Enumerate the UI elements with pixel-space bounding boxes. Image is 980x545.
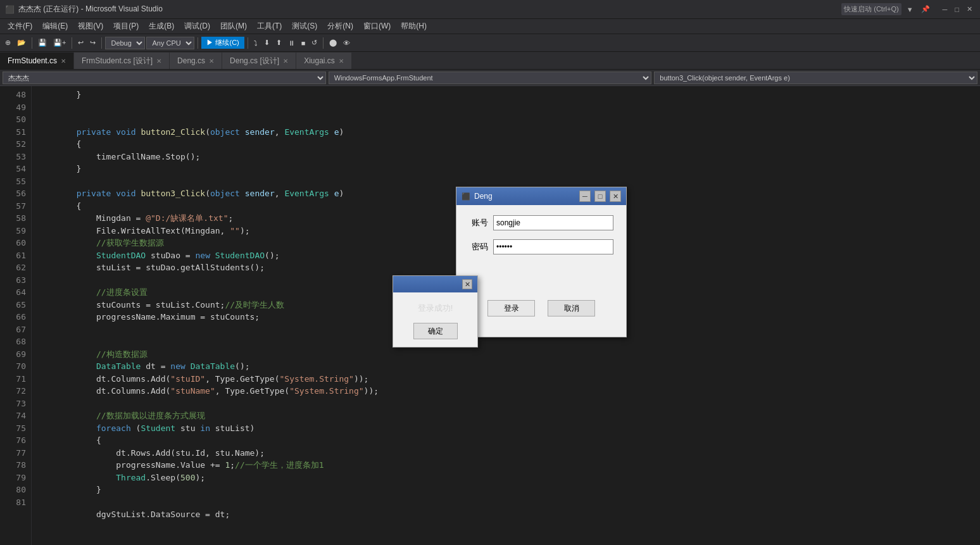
toolbar-sep-3 — [101, 37, 102, 49]
toolbar-new[interactable]: ⊕ — [3, 37, 13, 48]
toolbar-step-over[interactable]: ⤵ — [251, 38, 260, 48]
menu-build[interactable]: 生成(B) — [144, 20, 179, 33]
toolbar-breakpoints[interactable]: ⬤ — [327, 37, 339, 48]
menu-help[interactable]: 帮助(H) — [396, 20, 432, 33]
debug-config-dropdown[interactable]: Debug — [105, 37, 145, 49]
toolbar-stop[interactable]: ■ — [299, 38, 308, 48]
toolbar-restart[interactable]: ↺ — [309, 37, 320, 48]
minimize-btn[interactable]: ─ — [940, 4, 950, 15]
password-input[interactable] — [493, 239, 613, 254]
tab-close-deng[interactable]: ✕ — [209, 58, 214, 65]
tab-frmstudent-cs[interactable]: FrmStudent.cs ✕ — [0, 53, 74, 69]
class-selector[interactable]: 杰杰杰 — [3, 72, 326, 84]
pin-icon[interactable]: 📌 — [919, 4, 933, 15]
toolbar-sep-5 — [248, 37, 248, 49]
menu-project[interactable]: 项目(P) — [108, 20, 144, 33]
deng-scrollable-area — [469, 263, 613, 295]
toolbar-sep-4 — [198, 37, 198, 49]
namespace-selector[interactable]: WindowsFormsApp.FrmStudent — [329, 72, 652, 84]
toolbar-save-all[interactable]: 💾+ — [51, 37, 68, 48]
tab-label: FrmStudent.cs — [8, 56, 57, 65]
cancel-button[interactable]: 取消 — [548, 300, 595, 316]
deng-dialog-body: 账号 密码 登录 取消 — [456, 205, 626, 337]
login-button[interactable]: 登录 — [487, 300, 535, 316]
toolbar-watch[interactable]: 👁 — [341, 38, 353, 48]
toolbar-sep-2 — [72, 37, 72, 49]
tab-close-frmstudent[interactable]: ✕ — [61, 58, 66, 65]
tab-deng-design[interactable]: Deng.cs [设计] ✕ — [222, 53, 296, 69]
window-title: 杰杰杰 (正在运行) - Microsoft Visual Studio — [18, 4, 841, 15]
menu-bar: 文件(F) 编辑(E) 视图(V) 项目(P) 生成(B) 调试(D) 团队(M… — [0, 19, 980, 34]
tab-bar: FrmStudent.cs ✕ FrmStudent.cs [设计] ✕ Den… — [0, 52, 980, 70]
menu-test[interactable]: 测试(S) — [287, 20, 322, 33]
toolbar-redo[interactable]: ↪ — [87, 37, 98, 48]
platform-dropdown[interactable]: Any CPU — [146, 37, 194, 49]
tab-close-frmstudent-design[interactable]: ✕ — [156, 58, 161, 65]
deng-maximize-btn[interactable]: □ — [594, 191, 606, 202]
deng-dialog: ⬛ Deng ─ □ ✕ 账号 密码 登录 取消 — [456, 187, 627, 337]
window-controls: 快速启动 (Ctrl+Q) ▼ 📌 ─ □ ✕ — [841, 3, 975, 15]
password-label: 密码 — [469, 241, 488, 253]
tab-close-deng-design[interactable]: ✕ — [283, 58, 288, 65]
menu-debug[interactable]: 调试(D) — [179, 20, 215, 33]
maximize-btn[interactable]: □ — [952, 4, 962, 15]
menu-tools[interactable]: 工具(T) — [252, 20, 287, 33]
method-selector[interactable]: button3_Click(object sender, EventArgs e… — [654, 72, 977, 84]
menu-view[interactable]: 视图(V) — [73, 20, 108, 33]
password-field: 密码 — [469, 239, 613, 254]
code-header: 杰杰杰 WindowsFormsApp.FrmStudent button3_C… — [0, 70, 980, 86]
filter-icon[interactable]: ▼ — [904, 4, 916, 15]
toolbar-open[interactable]: 📂 — [15, 37, 28, 48]
toolbar-sep-1 — [32, 37, 32, 49]
success-body: 登录成功! 确定 — [393, 292, 477, 347]
success-titlebar: ✕ — [393, 276, 477, 292]
account-field: 账号 — [469, 215, 613, 230]
deng-close-btn[interactable]: ✕ — [610, 191, 621, 202]
deng-dialog-buttons: 登录 取消 — [469, 300, 613, 327]
vs-logo-icon: ⬛ — [5, 5, 15, 14]
account-label: 账号 — [469, 217, 488, 229]
line-numbers: 48 49 50 51 52 53 54 55 56 57 58 59 60 6… — [0, 86, 32, 545]
tab-close-xiugai[interactable]: ✕ — [339, 58, 344, 65]
tab-label: Deng.cs — [177, 56, 205, 65]
toolbar-step-out[interactable]: ⬆ — [273, 37, 284, 48]
deng-dialog-title: Deng — [474, 192, 575, 201]
close-btn[interactable]: ✕ — [964, 4, 975, 15]
menu-analyze[interactable]: 分析(N) — [322, 20, 358, 33]
menu-edit[interactable]: 编辑(E) — [37, 20, 73, 33]
tab-label: FrmStudent.cs [设计] — [82, 56, 153, 66]
success-close-btn[interactable]: ✕ — [462, 279, 472, 289]
menu-file[interactable]: 文件(F) — [3, 20, 37, 33]
success-message: 登录成功! — [401, 303, 470, 314]
quick-launch-box[interactable]: 快速启动 (Ctrl+Q) — [841, 3, 901, 15]
deng-minimize-btn[interactable]: ─ — [579, 191, 591, 202]
continue-button[interactable]: ▶ 继续(C) — [201, 37, 244, 49]
success-ok-button[interactable]: 确定 — [413, 323, 458, 339]
toolbar-save[interactable]: 💾 — [35, 37, 49, 48]
toolbar-sep-6 — [323, 37, 324, 49]
tab-label: Xiugai.cs — [304, 56, 335, 65]
title-bar: ⬛ 杰杰杰 (正在运行) - Microsoft Visual Studio 快… — [0, 0, 980, 19]
toolbar-pause[interactable]: ⏸ — [286, 38, 298, 48]
tab-xiugai[interactable]: Xiugai.cs ✕ — [296, 53, 352, 69]
toolbar-undo[interactable]: ↩ — [75, 37, 86, 48]
menu-team[interactable]: 团队(M) — [215, 20, 252, 33]
tab-deng-cs[interactable]: Deng.cs ✕ — [170, 53, 222, 69]
success-dialog: ✕ 登录成功! 确定 — [393, 275, 478, 348]
toolbar: ⊕ 📂 💾 💾+ ↩ ↪ Debug Any CPU ▶ 继续(C) ⤵ ⬇ ⬆… — [0, 34, 980, 52]
account-input[interactable] — [493, 215, 613, 230]
toolbar-step-in[interactable]: ⬇ — [261, 37, 272, 48]
deng-dialog-titlebar: ⬛ Deng ─ □ ✕ — [456, 187, 626, 205]
tab-frmstudent-design[interactable]: FrmStudent.cs [设计] ✕ — [74, 53, 170, 69]
menu-window[interactable]: 窗口(W) — [358, 20, 396, 33]
tab-label: Deng.cs [设计] — [230, 56, 279, 66]
